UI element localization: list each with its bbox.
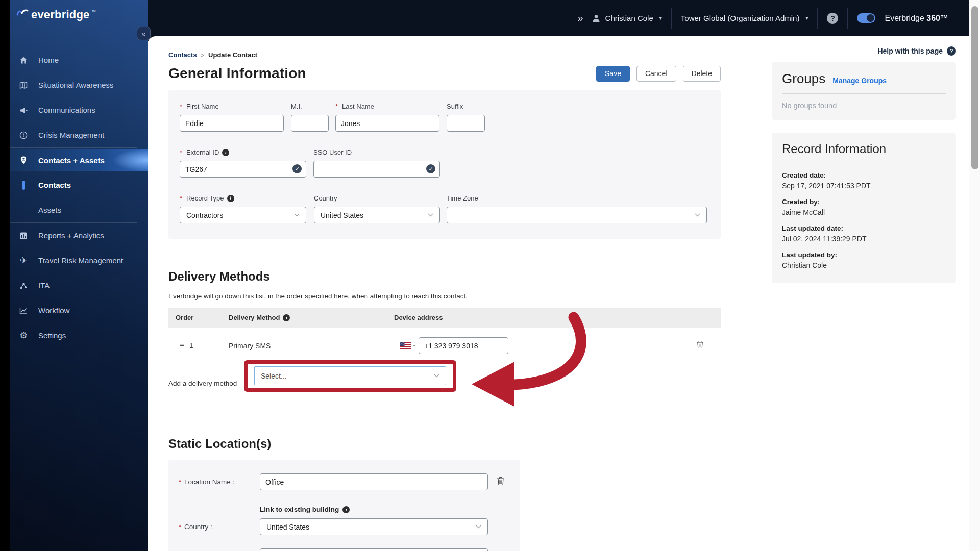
location-name-input[interactable] [260,473,488,490]
title-row: General Information Save Cancel Delete [168,65,721,82]
org-menu[interactable]: Tower Global (Organization Admin) ▾ [681,14,808,22]
breadcrumb: Contacts > Update Contact [168,36,721,59]
everbridge-360-toggle[interactable] [857,13,875,23]
chevron-down-icon [434,374,439,378]
link-existing-building-label: Link to existing building i [260,506,520,513]
sidebar-item-settings[interactable]: ⚙ Settings [10,323,148,348]
info-icon[interactable]: i [342,506,350,513]
groups-title: Groups [782,71,825,87]
phone-number-input[interactable] [419,337,508,354]
scrollbar[interactable] [969,0,980,551]
last-updated-date-label: Last updated date: [782,224,946,232]
toggle-knob [867,14,874,22]
static-location-card: * Location Name : Link to existing build… [168,460,520,551]
country-flag-select[interactable] [400,342,416,349]
sidebar-item-assets[interactable]: Assets [10,197,148,222]
record-type-label: *Record Typei [180,194,306,202]
sidebar-item-ita[interactable]: ITA [10,273,148,298]
sidebar-item-home[interactable]: Home [10,47,148,72]
annotation-highlight-box: Select... [244,360,456,392]
sso-user-id-input[interactable] [313,161,440,178]
sidebar-item-communications[interactable]: Communications [10,97,148,122]
order-number: 1 [189,342,193,349]
save-button[interactable]: Save [596,66,630,82]
time-zone-label: Time Zone [447,194,707,202]
created-date-label: Created date: [782,171,946,179]
help-icon[interactable]: ? [827,13,838,24]
drag-handle-icon[interactable]: ≡ [180,341,184,350]
sidebar-item-contacts[interactable]: Contacts [10,172,148,197]
chevron-down-icon [695,213,700,217]
device-address-column-header: Device address [388,308,679,328]
last-name-label: *Last Name [335,103,439,110]
network-icon [18,281,29,290]
info-icon[interactable]: i [283,314,290,321]
sidebar-item-workflow[interactable]: Workflow [10,298,148,323]
last-updated-date-value: Jul 02, 2024 11:39:29 PDT [782,235,946,243]
sidebar-item-reports-analytics[interactable]: Reports + Analytics [10,223,148,248]
sidebar-item-contacts-assets[interactable]: Contacts + Assets [10,149,148,171]
divider [782,280,946,280]
cancel-button[interactable]: Cancel [636,66,676,82]
right-column: Help with this page ? Groups Manage Grou… [772,36,956,283]
record-type-select[interactable]: Contractors [180,207,306,223]
chevron-down-icon [428,213,433,217]
help-icon: ? [947,46,956,56]
delete-location-icon[interactable] [497,477,505,488]
user-menu[interactable]: Christian Cole ▾ [592,14,662,23]
sidebar-nav: Home Situational Awareness Communication… [10,47,148,348]
location-country-label: * Country : [179,523,260,531]
mi-input[interactable] [291,115,329,132]
breadcrumb-contacts-link[interactable]: Contacts [168,51,197,59]
delivery-methods-table: Order Delivery Method i Device address ≡… [168,308,721,413]
help-with-page-link[interactable]: Help with this page ? [772,46,956,56]
static-locations-title: Static Location(s) [168,437,721,451]
collapse-sidebar-button[interactable]: « [137,27,151,40]
location-country-select[interactable]: United States [260,518,488,535]
external-id-input[interactable] [180,161,306,178]
suffix-input[interactable] [447,115,485,132]
delete-button[interactable]: Delete [683,66,721,82]
us-flag-icon [400,342,411,349]
info-icon[interactable]: i [222,149,229,156]
divider [782,163,946,163]
everbridge-logo: everbridge ™ [16,8,96,21]
manage-groups-link[interactable]: Manage Groups [832,77,887,85]
topbar: » Christian Cole ▾ Tower Global (Organiz… [577,0,948,36]
created-by-value: Jaime McCall [782,208,946,216]
last-updated-by-label: Last updated by: [782,251,946,259]
scrollbar-thumb[interactable] [971,6,978,169]
location-address-input[interactable] [260,548,488,551]
country-select[interactable]: United States [314,207,440,223]
home-icon [18,56,29,65]
sidebar: everbridge ™ « Home Situational Awarenes… [0,0,148,551]
divider [671,8,672,29]
add-delivery-method-label: Add a delivery method [168,380,237,387]
time-zone-select[interactable] [447,207,707,223]
first-name-input[interactable] [180,115,284,132]
location-name-label: * Location Name : [179,478,260,486]
mi-label: M.I. [291,103,329,110]
info-icon[interactable]: i [227,195,234,202]
sidebar-item-situational-awareness[interactable]: Situational Awareness [10,72,148,97]
alert-circle-icon [18,131,29,140]
last-name-input[interactable] [335,115,439,132]
chevron-down-icon [476,525,481,529]
created-by-label: Created by: [782,198,946,206]
sidebar-item-crisis-management[interactable]: Crisis Management [10,122,148,147]
add-delivery-method-select[interactable]: Select... [254,366,446,385]
expand-nav-icon[interactable]: » [577,12,582,24]
delete-delivery-method-icon[interactable] [696,340,704,351]
form-column: Contacts > Update Contact General Inform… [168,36,721,551]
megaphone-icon [18,106,29,115]
suffix-label: Suffix [447,103,485,110]
bar-chart-icon [18,231,29,240]
sidebar-item-travel-risk[interactable]: ✈ Travel Risk Management [10,248,148,273]
actions-column-header [679,308,721,328]
user-icon [592,14,601,23]
chevron-down-icon: ▾ [659,15,662,21]
first-name-label: *First Name [180,103,284,110]
delivery-method-name: Primary SMS [229,342,388,350]
chevron-down-icon [294,213,300,217]
created-date-value: Sep 17, 2021 07:41:53 PDT [782,182,946,190]
